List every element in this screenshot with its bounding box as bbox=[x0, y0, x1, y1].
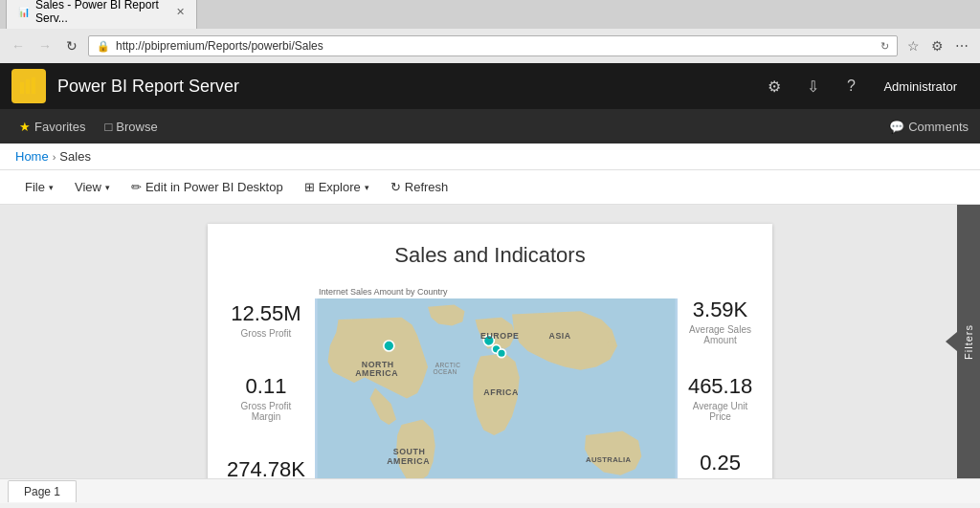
breadcrumb-current-page: Sales bbox=[59, 149, 91, 164]
filters-arrow-icon bbox=[946, 332, 957, 351]
help-icon-button[interactable]: ? bbox=[834, 69, 868, 103]
left-stats-panel: 12.55M Gross Profit 0.11 Gross Profit Ma… bbox=[227, 283, 305, 478]
gross-profit-stat: 12.55M Gross Profit bbox=[227, 294, 305, 346]
svg-text:AFRICA: AFRICA bbox=[483, 387, 519, 397]
expense-revenue-stat: 0.25 Expense to Revenue Ratio bbox=[687, 443, 753, 478]
avg-unit-price-stat: 465.18 Average Unit Price bbox=[687, 366, 753, 430]
right-stats-panel: 3.59K Average Sales Amount 465.18 Averag… bbox=[687, 283, 753, 478]
address-bar[interactable]: 🔒 http://pbipremium/Reports/powerbi/Sale… bbox=[88, 35, 898, 56]
gross-profit-margin-stat: 0.11 Gross Profit Margin bbox=[227, 366, 305, 430]
browse-nav-item[interactable]: □ Browse bbox=[97, 120, 165, 134]
page-tabs: Page 1 bbox=[0, 478, 980, 503]
browser-bar: ← → ↻ 🔒 http://pbipremium/Reports/powerb… bbox=[0, 29, 980, 63]
star-button[interactable]: ☆ bbox=[903, 36, 924, 55]
comments-button[interactable]: 💬 Comments bbox=[889, 120, 969, 134]
svg-text:AMERICA: AMERICA bbox=[355, 368, 398, 378]
explore-label: Explore bbox=[319, 180, 361, 194]
svg-rect-2 bbox=[32, 77, 35, 94]
tab-favicon: 📊 bbox=[18, 7, 30, 17]
file-menu-button[interactable]: File ▾ bbox=[15, 176, 63, 198]
svg-point-4 bbox=[384, 341, 394, 351]
refresh-label: Refresh bbox=[405, 180, 449, 194]
svg-text:AMERICA: AMERICA bbox=[387, 456, 430, 466]
svg-text:NORTH: NORTH bbox=[362, 360, 394, 369]
page-1-label: Page 1 bbox=[24, 485, 60, 498]
browser-tabs: 📊 Sales - Power BI Report Serv... ✕ bbox=[0, 0, 980, 29]
svg-rect-0 bbox=[20, 82, 24, 94]
view-dropdown-arrow: ▾ bbox=[105, 183, 110, 192]
comments-label: Comments bbox=[908, 120, 969, 134]
breadcrumb-bar: Home › Sales bbox=[0, 144, 980, 170]
header-actions: ⚙ ⇩ ? Administrator bbox=[757, 69, 969, 103]
back-button[interactable]: ← bbox=[8, 35, 29, 56]
forward-button[interactable]: → bbox=[34, 35, 56, 56]
avg-sales-label: Average Sales Amount bbox=[687, 324, 753, 345]
browser-chrome: 📊 Sales - Power BI Report Serv... ✕ ← → … bbox=[0, 0, 980, 63]
gross-profit-margin-label: Gross Profit Margin bbox=[227, 401, 305, 422]
app-title: Power BI Report Server bbox=[57, 77, 757, 97]
comments-icon: 💬 bbox=[889, 120, 904, 134]
browser-action-buttons: ☆ ⚙ ⋯ bbox=[903, 36, 972, 55]
explore-dropdown-arrow: ▾ bbox=[365, 183, 369, 192]
edit-icon: ✏ bbox=[131, 180, 142, 194]
view-menu-button[interactable]: View ▾ bbox=[65, 176, 120, 198]
powerbi-logo-icon bbox=[19, 77, 38, 96]
file-dropdown-arrow: ▾ bbox=[49, 183, 54, 192]
favorites-nav-item[interactable]: ★ Favorites bbox=[11, 120, 93, 134]
svg-rect-1 bbox=[26, 79, 30, 94]
download-icon-button[interactable]: ⇩ bbox=[795, 69, 830, 103]
svg-text:EUROPE: EUROPE bbox=[480, 331, 519, 341]
avg-sales-value: 3.59K bbox=[687, 298, 753, 322]
order-quantity-stat: 274.78K Order Quantity bbox=[227, 450, 305, 478]
app-header: Power BI Report Server ⚙ ⇩ ? Administrat… bbox=[0, 63, 980, 109]
breadcrumb-home-link[interactable]: Home bbox=[15, 149, 49, 164]
edit-powerbi-button[interactable]: ✏ Edit in Power BI Desktop bbox=[122, 176, 293, 198]
avg-unit-price-value: 465.18 bbox=[687, 374, 753, 399]
settings-button[interactable]: ⚙ bbox=[927, 36, 947, 55]
map-background: NORTH AMERICA EUROPE ASIA AFRICA SOUTH A… bbox=[315, 298, 678, 478]
refresh-button[interactable]: ↻ Refresh bbox=[381, 176, 458, 198]
report-content: 12.55M Gross Profit 0.11 Gross Profit Ma… bbox=[227, 283, 753, 478]
toolbar: File ▾ View ▾ ✏ Edit in Power BI Desktop… bbox=[0, 170, 980, 205]
favorites-label: Favorites bbox=[34, 120, 85, 134]
app-logo bbox=[11, 69, 46, 103]
gross-profit-margin-value: 0.11 bbox=[227, 374, 305, 399]
tab-title: Sales - Power BI Report Serv... bbox=[35, 0, 167, 25]
report-page: Sales and Indicators 12.55M Gross Profit… bbox=[208, 224, 772, 478]
star-icon: ★ bbox=[19, 120, 31, 134]
view-label: View bbox=[75, 180, 101, 194]
svg-text:OCEAN: OCEAN bbox=[434, 368, 457, 375]
browse-label: Browse bbox=[116, 120, 157, 134]
svg-text:AUSTRALIA: AUSTRALIA bbox=[586, 455, 632, 464]
report-container: Sales and Indicators 12.55M Gross Profit… bbox=[0, 205, 980, 478]
refresh-button[interactable]: ↻ bbox=[61, 35, 82, 56]
secondary-nav: ★ Favorites □ Browse 💬 Comments bbox=[0, 109, 980, 144]
page-1-tab[interactable]: Page 1 bbox=[8, 480, 77, 502]
expense-revenue-label: Expense to Revenue Ratio bbox=[687, 477, 753, 478]
gross-profit-label: Gross Profit bbox=[227, 328, 305, 339]
svg-point-7 bbox=[498, 349, 506, 358]
filters-label: Filters bbox=[963, 317, 974, 367]
url-text: http://pbipremium/Reports/powerbi/Sales bbox=[116, 39, 875, 53]
avg-unit-price-label: Average Unit Price bbox=[687, 401, 753, 422]
world-map-svg: NORTH AMERICA EUROPE ASIA AFRICA SOUTH A… bbox=[315, 298, 678, 478]
lock-icon: 🔒 bbox=[97, 40, 110, 53]
menu-button[interactable]: ⋯ bbox=[951, 36, 972, 55]
settings-icon-button[interactable]: ⚙ bbox=[757, 69, 791, 103]
order-quantity-value: 274.78K bbox=[227, 457, 305, 478]
browse-icon: □ bbox=[104, 120, 112, 134]
user-menu-button[interactable]: Administrator bbox=[872, 79, 969, 94]
svg-text:ARCTIC: ARCTIC bbox=[435, 362, 461, 368]
svg-text:SOUTH: SOUTH bbox=[393, 447, 426, 456]
expense-revenue-value: 0.25 bbox=[687, 451, 753, 475]
explore-icon: ⊞ bbox=[304, 180, 315, 194]
filters-panel[interactable]: Filters bbox=[957, 205, 980, 478]
svg-text:ASIA: ASIA bbox=[549, 331, 571, 341]
tab-close-button[interactable]: ✕ bbox=[176, 6, 185, 18]
file-label: File bbox=[25, 180, 45, 194]
explore-menu-button[interactable]: ⊞ Explore ▾ bbox=[295, 176, 379, 198]
map-title: Internet Sales Amount by Country bbox=[315, 283, 678, 298]
refresh-icon: ↻ bbox=[390, 180, 401, 194]
browser-tab[interactable]: 📊 Sales - Power BI Report Serv... ✕ bbox=[6, 0, 197, 29]
report-title: Sales and Indicators bbox=[227, 243, 753, 268]
